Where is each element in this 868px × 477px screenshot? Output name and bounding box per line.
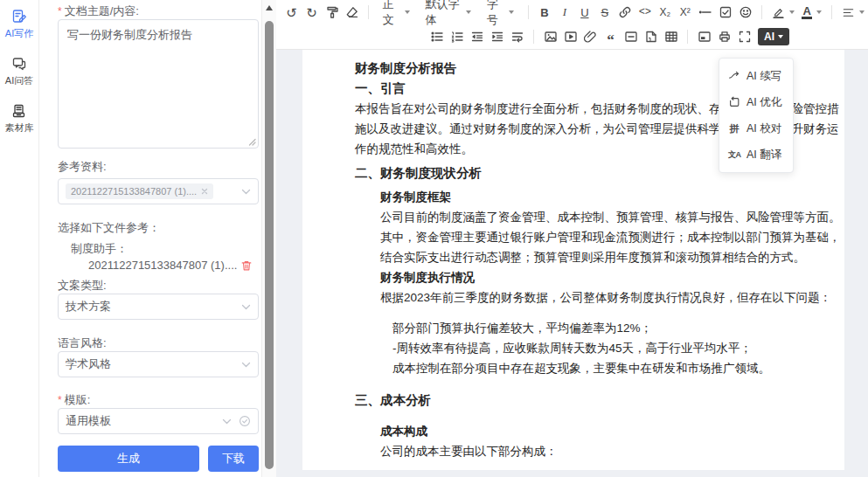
continue-writing-icon bbox=[728, 70, 740, 82]
sidebar-item-ai-qa[interactable]: AI问答 bbox=[5, 56, 33, 87]
template-label: *模版: bbox=[58, 392, 90, 408]
template-select[interactable]: 通用模板 bbox=[58, 408, 259, 434]
embed-icon[interactable] bbox=[694, 27, 714, 46]
doc-type-select[interactable]: 技术方案 bbox=[58, 294, 259, 320]
scrollbar-thumb[interactable] bbox=[265, 21, 274, 469]
format-painter-icon[interactable] bbox=[322, 3, 342, 22]
undo-icon[interactable]: ↺ bbox=[281, 3, 302, 22]
outdent-icon[interactable] bbox=[467, 27, 487, 46]
chevron-down-icon bbox=[241, 304, 251, 310]
link-icon[interactable] bbox=[615, 3, 635, 22]
menu-item-ai-continue[interactable]: AI 续写 bbox=[719, 63, 793, 89]
optimize-icon bbox=[728, 96, 740, 108]
fullscreen-icon[interactable] bbox=[734, 27, 754, 46]
topic-value: 写一份财务制度分析报告 bbox=[67, 28, 192, 41]
close-icon[interactable] bbox=[201, 188, 208, 195]
ai-tools-button[interactable]: AI bbox=[758, 28, 789, 45]
bold-button[interactable]: B bbox=[534, 3, 554, 22]
toolbar-row-1: ↺ ↻ 正文 默认字体 字号 B bbox=[276, 0, 868, 24]
proofread-icon: 拼 bbox=[728, 122, 740, 135]
caret-down-icon bbox=[859, 10, 865, 14]
divider-block-icon[interactable] bbox=[621, 27, 641, 46]
chevron-down-icon bbox=[241, 362, 251, 368]
ai-qa-icon bbox=[11, 56, 27, 72]
underline-button[interactable]: U bbox=[574, 3, 594, 22]
sidebar-item-label: AI写作 bbox=[5, 27, 33, 40]
material-library-icon bbox=[11, 103, 27, 119]
attachment-icon[interactable] bbox=[580, 27, 601, 46]
reference-tag: 2021122715133847807 (1).... bbox=[66, 183, 213, 199]
doc-type-value: 技术方案 bbox=[66, 299, 241, 315]
code-button[interactable]: <> bbox=[635, 3, 655, 22]
left-nav: AI写作 AI问答 素材库 bbox=[0, 0, 39, 477]
task-checkbox-icon[interactable] bbox=[715, 3, 735, 22]
topic-label: *文档主题/内容: bbox=[58, 3, 139, 19]
redo-icon[interactable]: ↻ bbox=[302, 3, 322, 22]
print-icon[interactable] bbox=[714, 27, 734, 46]
strikethrough-button[interactable]: S bbox=[594, 3, 615, 22]
menu-item-ai-proofread[interactable]: 拼 AI 校对 bbox=[719, 115, 793, 142]
font-family-dropdown[interactable]: 默认字体 bbox=[418, 3, 479, 22]
menu-item-ai-optimize[interactable]: AI 优化 bbox=[719, 89, 793, 115]
subscript-button[interactable]: X₂ bbox=[655, 3, 675, 22]
menu-item-ai-translate[interactable]: 文A AI 翻译 bbox=[719, 142, 793, 168]
language-style-select[interactable]: 学术风格 bbox=[58, 351, 259, 377]
file-group-label: 制度助手： bbox=[71, 241, 128, 257]
scroll-up-arrow-icon[interactable] bbox=[266, 5, 273, 10]
download-button[interactable]: 下载 bbox=[208, 446, 259, 472]
resize-handle-icon[interactable] bbox=[248, 138, 256, 146]
doc-subheading: 财务制度执行情况 bbox=[355, 267, 792, 287]
reference-label: 参考资料: bbox=[58, 159, 107, 175]
emoji-icon[interactable] bbox=[735, 3, 755, 22]
sidebar-item-label: AI问答 bbox=[5, 74, 33, 87]
numbered-list-icon[interactable] bbox=[447, 27, 467, 46]
ai-write-icon bbox=[11, 9, 27, 24]
required-mark: * bbox=[58, 5, 62, 17]
eraser-icon[interactable] bbox=[342, 3, 362, 22]
font-size-dropdown[interactable]: 字号 bbox=[479, 3, 522, 22]
doc-paragraph-line: 根据2023年前三季度的财务数据，公司整体财务制度执行情况良好，但存在以下问题： bbox=[355, 287, 792, 308]
language-style-value: 学术风格 bbox=[66, 356, 241, 372]
doc-list-item: 成本控制在部分项目中存在超支现象，主要集中在研发和市场推广领域。 bbox=[355, 358, 792, 378]
ai-writing-form: *文档主题/内容: 写一份财务制度分析报告 参考资料: 202112271513… bbox=[40, 0, 260, 477]
check-circle-icon bbox=[239, 415, 251, 427]
caret-down-icon bbox=[778, 35, 783, 38]
caret-down-icon bbox=[816, 10, 822, 14]
italic-button[interactable]: I bbox=[554, 3, 574, 22]
page-break-icon[interactable] bbox=[641, 27, 661, 46]
table-icon[interactable] bbox=[661, 27, 681, 46]
blockquote-icon[interactable]: “ bbox=[601, 27, 621, 46]
ai-tools-menu: AI 续写 AI 优化 拼 AI 校对 文A AI 翻译 bbox=[719, 58, 794, 173]
font-color-dropdown[interactable]: A bbox=[798, 3, 825, 22]
bullet-list-icon[interactable] bbox=[427, 27, 447, 46]
superscript-button[interactable]: X² bbox=[675, 3, 695, 22]
doc-heading-3: 三、成本分析 bbox=[355, 391, 792, 411]
trash-icon[interactable] bbox=[240, 259, 253, 272]
caret-down-icon bbox=[466, 10, 471, 14]
video-icon[interactable] bbox=[560, 27, 580, 46]
editor-toolbar: ↺ ↻ 正文 默认字体 字号 B bbox=[276, 0, 868, 50]
doc-list-item: -周转效率有待提高，应收账款周转天数为45天，高于行业平均水平； bbox=[355, 338, 792, 358]
generate-button[interactable]: 生成 bbox=[58, 446, 199, 472]
chevron-down-icon bbox=[241, 189, 251, 195]
horizontal-rule-icon[interactable] bbox=[695, 3, 715, 22]
sidebar-item-material-library[interactable]: 素材库 bbox=[5, 103, 34, 135]
reference-select[interactable]: 2021122715133847807 (1).... bbox=[58, 178, 259, 204]
language-style-label: 语言风格: bbox=[58, 335, 107, 351]
sidebar-item-label: 素材库 bbox=[5, 121, 34, 135]
panel-scrollbar[interactable] bbox=[261, 0, 276, 477]
image-icon[interactable] bbox=[540, 27, 560, 46]
sidebar-item-ai-writing[interactable]: AI写作 bbox=[5, 9, 33, 40]
topic-input[interactable]: 写一份财务制度分析报告 bbox=[58, 19, 259, 149]
toolbar-row-2: “ bbox=[276, 24, 868, 49]
highlight-color-dropdown[interactable] bbox=[768, 3, 798, 22]
file-name: 2021122715133847807 (1).... bbox=[88, 259, 237, 272]
app-window: AI写作 AI问答 素材库 *文档主题/内容: 写一份财务制度分析报告 参考资料… bbox=[0, 0, 868, 477]
line-break-icon[interactable] bbox=[507, 27, 527, 46]
doc-paragraph-line: 公司的成本主要由以下部分构成： bbox=[355, 441, 792, 461]
form-actions: 生成 下载 bbox=[58, 446, 259, 472]
paragraph-style-dropdown[interactable]: 正文 bbox=[375, 3, 418, 22]
indent-icon[interactable] bbox=[487, 27, 507, 46]
align-dropdown[interactable] bbox=[838, 3, 868, 22]
reference-file-row: 2021122715133847807 (1).... bbox=[88, 259, 253, 272]
